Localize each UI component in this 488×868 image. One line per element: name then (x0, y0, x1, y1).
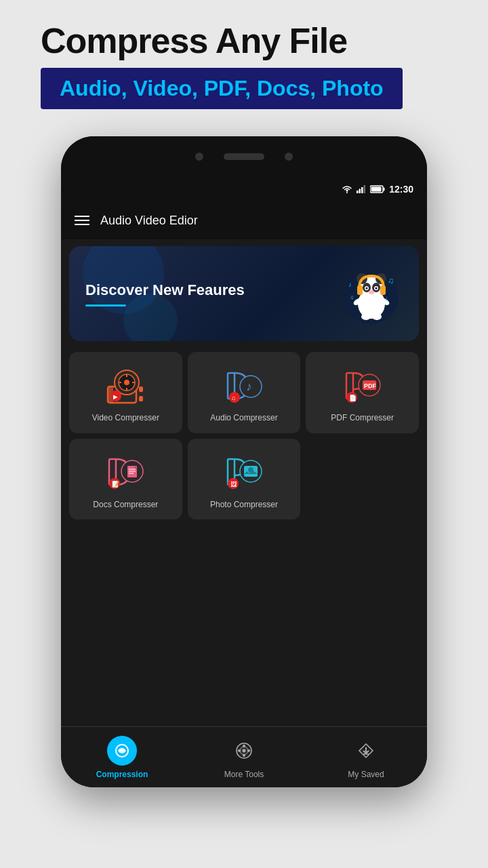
docs-compressor-icon: 📝 (105, 452, 146, 493)
svg-point-25 (372, 313, 382, 320)
nav-item-my-saved[interactable]: My Saved (305, 736, 427, 779)
photo-compressor-label: Photo Compresser (210, 500, 278, 511)
phone-top-hardware (61, 136, 427, 177)
svg-point-0 (346, 192, 348, 193)
svg-point-18 (375, 288, 378, 290)
phone-content: Discover New Feaures (61, 239, 427, 726)
tools-grid-section: ▶ Video Compresser (61, 347, 427, 726)
svg-text:♩: ♩ (385, 296, 388, 302)
svg-rect-6 (371, 187, 382, 192)
audio-compressor-card[interactable]: ♪ ♫ Audio Compresser (188, 352, 301, 433)
main-title: Compress Any File (41, 20, 461, 61)
svg-text:PDF: PDF (364, 382, 377, 389)
tools-row-1: ▶ Video Compresser (69, 352, 419, 433)
svg-point-36 (124, 380, 129, 385)
earpiece (224, 153, 264, 160)
svg-rect-33 (139, 396, 143, 401)
svg-point-76 (238, 749, 241, 752)
svg-text:♪: ♪ (348, 281, 352, 288)
status-icons: 12:30 (342, 184, 413, 195)
svg-point-21 (369, 290, 374, 294)
pdf-compressor-label: PDF Compresser (331, 413, 394, 424)
video-compressor-label: Video Compresser (92, 413, 159, 424)
empty-slot (306, 439, 419, 520)
more-tools-nav-label: More Tools (224, 770, 264, 779)
svg-point-73 (243, 749, 246, 752)
svg-text:📄: 📄 (349, 394, 357, 402)
more-tools-nav-icon (229, 736, 259, 766)
more-tools-icon (235, 741, 253, 760)
svg-point-24 (361, 313, 371, 320)
photo-compressor-icon: 🖼 (224, 452, 264, 493)
feature-banner: Discover New Feaures (69, 246, 419, 341)
banner-title: Discover New Feaures (85, 281, 245, 299)
promo-section: Compress Any File Audio, Video, PDF, Doc… (0, 20, 488, 123)
svg-text:📝: 📝 (112, 480, 120, 488)
app-header: Audio Video Edior (61, 201, 427, 239)
app-header-title: Audio Video Edior (100, 214, 198, 228)
svg-point-77 (247, 749, 250, 752)
audio-compressor-label: Audio Compresser (210, 413, 277, 424)
audio-compressor-icon: ♪ ♫ (224, 366, 264, 406)
panda-mascot: ♪ ♫ ♩ ♫ (338, 260, 405, 328)
my-saved-nav-icon (351, 736, 381, 766)
svg-rect-7 (384, 188, 385, 191)
svg-point-74 (243, 745, 245, 747)
pdf-compressor-icon: PDF 📄 (342, 366, 383, 406)
signal-icon (357, 185, 366, 193)
svg-rect-19 (357, 285, 363, 295)
docs-compressor-card[interactable]: 📝 Docs Compresser (69, 439, 182, 520)
subtitle-bar: Audio, Video, PDF, Docs, Photo (41, 68, 403, 109)
svg-rect-4 (364, 185, 366, 193)
video-compressor-card[interactable]: ▶ Video Compresser (69, 352, 182, 433)
status-time: 12:30 (389, 184, 413, 195)
my-saved-icon (357, 741, 375, 760)
svg-rect-20 (380, 285, 386, 295)
subtitle-text: Audio, Video, PDF, Docs, Photo (60, 76, 384, 100)
compression-icon (114, 743, 130, 759)
svg-point-70 (121, 749, 123, 752)
nav-item-compression[interactable]: Compression (61, 736, 183, 779)
wifi-icon (342, 185, 352, 193)
nav-item-more-tools[interactable]: More Tools (183, 736, 305, 779)
pdf-compressor-card[interactable]: PDF 📄 PDF Compresser (306, 352, 419, 433)
phone-mockup: 12:30 Audio Video Edior Discover New Fea… (61, 136, 427, 787)
svg-text:♪: ♪ (246, 380, 252, 393)
svg-text:▶: ▶ (113, 394, 118, 400)
my-saved-nav-label: My Saved (348, 770, 384, 779)
banner-text: Discover New Feaures (85, 281, 245, 307)
bottom-nav: Compression More Tools (61, 726, 427, 787)
battery-icon (370, 185, 385, 193)
svg-text:♫: ♫ (350, 294, 354, 300)
svg-rect-2 (359, 189, 361, 194)
hamburger-menu[interactable] (75, 216, 89, 225)
svg-text:♫: ♫ (231, 395, 236, 401)
banner-underline (85, 304, 126, 307)
compression-nav-icon (107, 736, 137, 766)
compression-nav-label: Compression (96, 770, 148, 779)
photo-compressor-card[interactable]: 🖼 Photo Compresser (188, 439, 301, 520)
front-camera (195, 153, 203, 161)
svg-rect-32 (139, 387, 143, 392)
video-compressor-icon: ▶ (105, 366, 146, 406)
svg-point-75 (243, 754, 245, 757)
svg-rect-1 (357, 191, 359, 193)
tools-row-2: 📝 Docs Compresser (69, 439, 419, 520)
sensor (285, 153, 293, 161)
svg-rect-3 (361, 187, 363, 193)
svg-text:♫: ♫ (388, 276, 394, 285)
status-bar: 12:30 (61, 177, 427, 201)
svg-point-17 (366, 288, 368, 290)
docs-compressor-label: Docs Compresser (93, 500, 158, 511)
svg-text:🖼: 🖼 (230, 481, 237, 488)
